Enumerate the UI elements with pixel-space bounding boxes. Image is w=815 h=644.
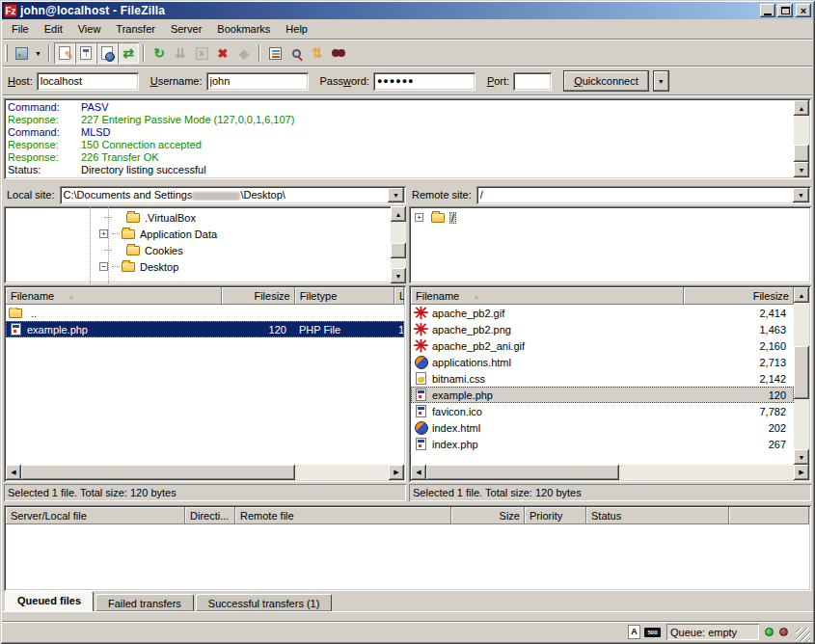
expand-icon[interactable]: + — [415, 213, 423, 222]
tab-failed-transfers[interactable]: Failed transfers — [95, 594, 194, 611]
scroll-up-button[interactable]: ▲ — [794, 287, 809, 303]
scroll-left-button[interactable]: ◀ — [6, 465, 21, 480]
cancel-operation-button[interactable]: x — [191, 42, 212, 64]
column-header-filetype[interactable]: Filetype — [295, 287, 394, 305]
local-tree-scrollbar[interactable]: ▲ ▼ — [391, 206, 406, 283]
find-files-button[interactable] — [328, 42, 349, 64]
file-row[interactable]: favicon.ico 7,782 — [411, 403, 794, 419]
port-input[interactable] — [513, 72, 552, 91]
maximize-button[interactable] — [777, 4, 793, 17]
disconnect-button[interactable]: ✖ — [212, 42, 233, 64]
column-header-direction[interactable]: Directi... — [185, 507, 235, 524]
scroll-right-button[interactable]: ▶ — [794, 465, 809, 480]
file-row[interactable]: applications.html 2,713 — [411, 354, 794, 370]
combo-dropdown-button[interactable]: ▼ — [793, 188, 809, 202]
expand-icon[interactable]: + — [99, 229, 108, 238]
menu-file[interactable]: File — [4, 20, 37, 38]
minimize-button[interactable] — [760, 4, 775, 17]
ascii-transfer-type-icon[interactable]: A — [628, 625, 640, 639]
remote-directory-tree[interactable]: + / — [409, 206, 811, 283]
scroll-track[interactable] — [21, 465, 389, 480]
window-resize-grip[interactable] — [796, 628, 810, 642]
file-row[interactable]: bitnami.css 2,142 — [411, 370, 794, 387]
directory-listing-filters-button[interactable] — [264, 42, 285, 64]
column-header-size[interactable]: Size — [451, 507, 525, 524]
refresh-button[interactable]: ↻ — [149, 42, 170, 64]
local-path-combo[interactable]: C:\Documents and Settings\Desktop\ ▼ — [60, 186, 406, 204]
title-bar[interactable]: Fz john@localhost - FileZilla × — [2, 2, 813, 19]
username-input[interactable] — [206, 72, 309, 91]
local-file-list[interactable]: Filename▲ Filesize Filetype L .. example… — [4, 285, 406, 482]
file-row[interactable]: ✳apache_pb2.png 1,463 — [411, 321, 794, 337]
remote-file-list[interactable]: Filename▲ Filesize ✳apache_pb2.gif 2,414… — [409, 285, 811, 482]
local-list-hscrollbar[interactable]: ◀ ▶ — [6, 465, 404, 480]
scroll-up-button[interactable]: ▲ — [794, 100, 809, 116]
log-scrollbar[interactable]: ▲ ▼ — [794, 100, 809, 177]
file-row[interactable]: ✳apache_pb2_ani.gif 2,160 — [411, 337, 794, 354]
quickconnect-button[interactable]: Quickconnect — [563, 70, 649, 92]
menu-bookmarks[interactable]: Bookmarks — [209, 20, 278, 38]
column-header-server-local-file[interactable]: Server/Local file — [6, 507, 185, 524]
column-header-priority[interactable]: Priority — [525, 507, 586, 524]
tree-item-application-data[interactable]: + Application Data — [4, 226, 391, 242]
tab-successful-transfers[interactable]: Successful transfers (1) — [196, 594, 333, 611]
site-manager-button[interactable] — [11, 42, 32, 64]
speed-limit-icon[interactable]: 500 — [644, 628, 661, 637]
file-row[interactable]: index.php 267 — [411, 436, 794, 452]
scroll-track[interactable] — [794, 116, 809, 162]
host-input[interactable] — [37, 72, 139, 91]
file-row-example-php[interactable]: example.php 120 — [411, 387, 794, 403]
remote-list-hscrollbar[interactable]: ◀ ▶ — [411, 465, 809, 480]
message-log[interactable]: Command:PASV Response:227 Entering Passi… — [4, 98, 811, 179]
scroll-track[interactable] — [391, 222, 406, 268]
local-directory-tree[interactable]: + .VirtualBox + Application Data + Cooki… — [4, 206, 406, 283]
remote-path-combo[interactable]: / ▼ — [476, 186, 811, 204]
scroll-up-button[interactable]: ▲ — [391, 206, 406, 222]
transfer-queue[interactable]: Server/Local file Directi... Remote file… — [4, 505, 811, 591]
password-input[interactable] — [373, 72, 475, 91]
column-header-status[interactable]: Status — [586, 507, 729, 524]
scroll-thumb[interactable] — [21, 465, 295, 480]
tree-item-virtualbox[interactable]: + .VirtualBox — [4, 209, 391, 226]
scroll-right-button[interactable]: ▶ — [389, 465, 404, 480]
column-header-filename[interactable]: Filename▲ — [6, 287, 222, 305]
tree-item-desktop[interactable]: − Desktop — [4, 258, 391, 275]
compare-directories-button[interactable] — [285, 42, 307, 64]
queue-body[interactable] — [6, 524, 809, 589]
toggle-remote-tree-button[interactable] — [96, 42, 118, 64]
menu-help[interactable]: Help — [278, 20, 315, 38]
menu-edit[interactable]: Edit — [37, 20, 70, 38]
scroll-left-button[interactable]: ◀ — [411, 465, 426, 480]
file-row[interactable]: ✳apache_pb2.gif 2,414 — [411, 305, 794, 321]
tree-item-root[interactable]: + / — [409, 209, 811, 226]
scroll-track[interactable] — [426, 465, 794, 480]
column-header-filename[interactable]: Filename▲ — [411, 287, 684, 305]
file-row-parent-dir[interactable]: .. — [6, 305, 404, 321]
scroll-thumb[interactable] — [391, 243, 406, 258]
remote-list-scrollbar[interactable]: ▲ ▼ — [794, 287, 809, 465]
menu-server[interactable]: Server — [163, 20, 209, 38]
site-manager-dropdown-button[interactable]: ▼ — [32, 42, 44, 64]
column-header-remote-file[interactable]: Remote file — [235, 507, 451, 524]
process-queue-button[interactable]: ⇊ — [170, 42, 191, 64]
scroll-thumb[interactable] — [426, 465, 619, 480]
scroll-thumb[interactable] — [794, 145, 809, 162]
synchronized-browsing-button[interactable]: ⇅ — [307, 42, 328, 64]
combo-dropdown-button[interactable]: ▼ — [388, 188, 404, 202]
reconnect-button[interactable]: ◆ — [233, 42, 255, 64]
tab-queued-files[interactable]: Queued files — [5, 591, 94, 611]
toggle-transfer-queue-button[interactable]: ⇄ — [118, 42, 139, 64]
scroll-down-button[interactable]: ▼ — [391, 268, 406, 283]
column-header-lastmodified[interactable]: L — [394, 287, 404, 305]
quickconnect-dropdown-button[interactable]: ▼ — [653, 70, 669, 92]
file-row[interactable]: index.html 202 — [411, 419, 794, 436]
scroll-thumb[interactable] — [794, 346, 809, 399]
tree-item-cookies[interactable]: + Cookies — [4, 242, 391, 258]
toolbar-grip[interactable] — [5, 44, 8, 62]
toggle-message-log-button[interactable] — [54, 42, 75, 64]
scroll-down-button[interactable]: ▼ — [794, 449, 809, 465]
column-header-filesize[interactable]: Filesize — [222, 287, 294, 305]
close-button[interactable]: × — [796, 4, 811, 17]
toggle-local-tree-button[interactable] — [75, 42, 96, 64]
menu-transfer[interactable]: Transfer — [108, 20, 163, 38]
